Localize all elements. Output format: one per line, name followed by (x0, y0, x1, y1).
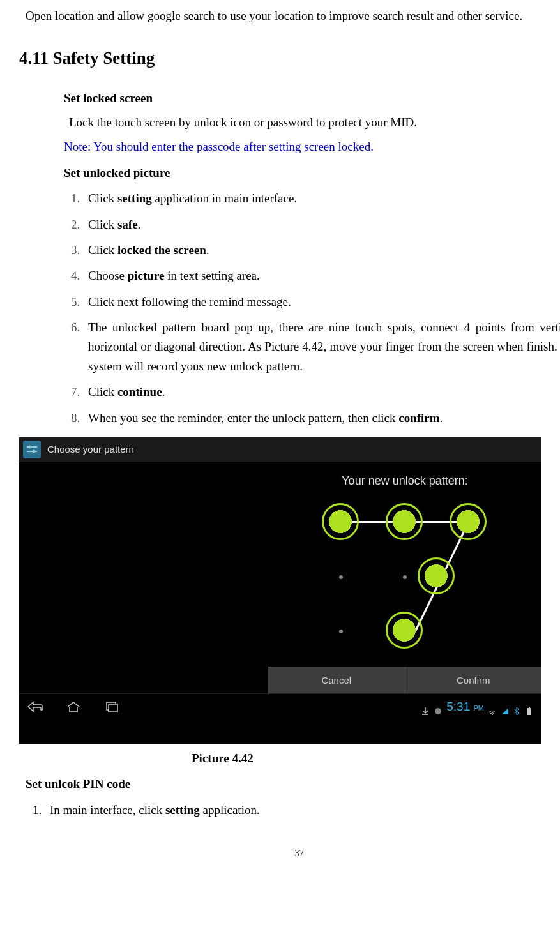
step-3: Click locked the screen. (83, 241, 560, 260)
signal-icon (501, 702, 510, 711)
svg-point-3 (33, 450, 36, 453)
recent-apps-icon[interactable] (102, 697, 121, 716)
pattern-node-5[interactable] (403, 575, 407, 579)
pattern-node-4[interactable] (339, 575, 343, 579)
bluetooth-icon (513, 702, 522, 711)
status-time: 5:31 PM (446, 697, 484, 716)
pin-step-1: In main interface, click setting applica… (45, 801, 560, 820)
pattern-node-2[interactable] (386, 503, 423, 540)
wifi-icon (488, 702, 497, 711)
heading-pin-code: Set unlcok PIN code (26, 774, 560, 794)
pattern-label: Your new unlock pattern: (268, 472, 541, 490)
cancel-button[interactable]: Cancel (268, 667, 405, 693)
section-heading: 4.11 Safety Setting (19, 45, 560, 72)
heading-unlocked-picture: Set unlocked picture (64, 163, 560, 183)
step-1: Click setting application in main interf… (83, 189, 560, 208)
step-2: Click safe. (83, 215, 560, 234)
pattern-grid[interactable] (322, 503, 488, 663)
battery-icon (526, 702, 535, 711)
back-icon[interactable] (26, 697, 45, 716)
pattern-node-9[interactable] (386, 612, 423, 649)
screenshot-titlebar: Choose your pattern (19, 437, 541, 462)
svg-point-2 (29, 446, 32, 449)
svg-rect-8 (527, 708, 531, 715)
svg-point-6 (435, 708, 441, 714)
figure-caption: Picture 4.42 (192, 749, 560, 768)
svg-rect-1 (27, 451, 37, 452)
pattern-node-6[interactable] (418, 557, 455, 594)
screenshot-pattern-lock: Choose your pattern Your new unlock patt… (19, 437, 541, 744)
locked-screen-text: Lock the touch screen by unlock icon or … (69, 113, 560, 132)
step-7: Click continue. (83, 382, 560, 402)
screenshot-right-panel: Your new unlock pattern: Cancel Confirm (268, 462, 541, 693)
heading-locked-screen: Set locked screen (64, 89, 560, 108)
download-icon (421, 702, 430, 711)
steps-list: Click setting application in main interf… (83, 189, 560, 428)
pattern-node-1[interactable] (322, 503, 359, 540)
screenshot-left-panel (19, 462, 268, 693)
settings-icon (23, 441, 41, 458)
svg-rect-9 (529, 707, 530, 708)
android-icon (434, 702, 443, 711)
nav-bar: 5:31 PM (19, 693, 541, 720)
step-4: Choose picture in text setting area. (83, 266, 560, 285)
pattern-node-7[interactable] (339, 630, 343, 633)
svg-rect-0 (27, 446, 37, 448)
step-8: When you see the reminder, enter the unl… (83, 409, 560, 428)
pin-steps-list: In main interface, click setting applica… (45, 801, 560, 820)
page-number: 37 (19, 845, 560, 861)
pattern-node-3[interactable] (450, 503, 487, 540)
intro-text: Open location and allow google search to… (26, 6, 560, 26)
svg-point-7 (492, 714, 493, 715)
screenshot-title: Choose your pattern (47, 442, 134, 457)
confirm-button[interactable]: Confirm (405, 667, 542, 693)
step-6: The unlocked pattern board pop up, there… (83, 318, 560, 376)
step-5: Click next following the remind message. (83, 292, 560, 312)
note-text: Note: You should enter the passcode afte… (64, 137, 560, 156)
home-icon[interactable] (64, 697, 83, 716)
svg-rect-5 (109, 704, 117, 712)
